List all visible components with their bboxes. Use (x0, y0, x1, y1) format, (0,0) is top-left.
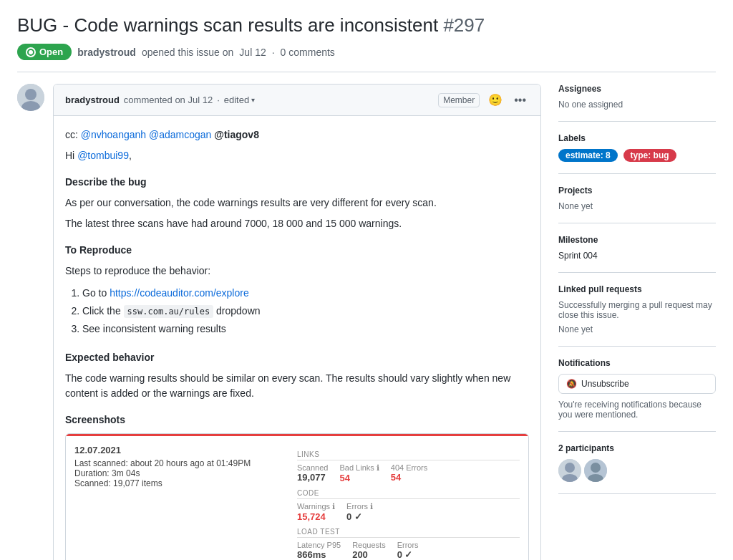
status-badge: Open (17, 44, 72, 60)
comment-header-left: bradystroud commented on Jul 12 · edited… (65, 95, 255, 105)
smiley-button[interactable]: 🙂 (485, 92, 505, 108)
linked-pr-section: Linked pull requests Successfully mergin… (558, 273, 716, 347)
scanned-label: Scanned (297, 463, 328, 472)
load-errors-label: Errors (397, 541, 419, 549)
unsubscribe-label[interactable]: Unsubscribe (581, 379, 629, 389)
mention-adamcogan: @adamcogan (149, 129, 211, 140)
latency-metric: Latency P95 866ms (297, 541, 341, 560)
mention-nvhoanganh: @nvhoanganh (81, 129, 146, 140)
section3-text: The code warning results should be simil… (65, 371, 529, 401)
comment-wrapper: bradystroud commented on Jul 12 · edited… (17, 84, 541, 560)
svg-point-7 (591, 463, 601, 473)
linked-pr-title: Linked pull requests (558, 284, 716, 294)
requests-metric: Requests 200 (352, 541, 385, 560)
issue-title: BUG - Code warnings scan results are inc… (17, 14, 716, 37)
participants-avatars (558, 459, 716, 482)
mention-tombui99: @tombui99 (77, 150, 129, 161)
participant-avatar-1 (558, 459, 581, 482)
issue-separator: · (272, 47, 275, 58)
projects-section: Projects None yet (558, 174, 716, 223)
scanned-val: 19,077 (297, 472, 328, 483)
section1-title: Describe the bug (65, 175, 529, 190)
bad-links-metric: Bad Links ℹ 54 (339, 463, 379, 483)
comment-action: commented on Jul 12 (124, 95, 213, 105)
comment-block: bradystroud commented on Jul 12 · edited… (53, 84, 541, 560)
svg-point-4 (565, 463, 575, 473)
code-metrics-1: Warnings ℹ 15,724 Errors ℹ 0 ✓ (297, 502, 520, 522)
section1-text2: The latest three scans have had around 7… (65, 216, 529, 231)
labels-section: Labels estimate: 8 type: bug (558, 122, 716, 174)
label-bug: type: bug (623, 149, 676, 162)
notifications-desc: You're receiving notifications because y… (558, 400, 716, 420)
more-options-button[interactable]: ••• (511, 92, 529, 108)
requests-label: Requests (352, 541, 385, 549)
labels-pills: estimate: 8 type: bug (558, 149, 716, 162)
step-3: See inconsistent warning results (82, 320, 529, 338)
bad-links-label: Bad Links ℹ (339, 463, 379, 473)
ssw-code: ssw.com.au/rules (124, 305, 214, 318)
latency-val: 866ms (297, 549, 341, 560)
comment-header: bradystroud commented on Jul 12 · edited… (54, 85, 540, 116)
notifications-section: Notifications 🔕 Unsubscribe You're recei… (558, 347, 716, 432)
links-scanned-metric: Scanned 19,077 (297, 463, 328, 483)
notification-box: 🔕 Unsubscribe (558, 374, 716, 394)
404-label: 404 Errors (391, 463, 427, 472)
mention-tiagov8: @tiagov8 (214, 129, 259, 140)
bell-icon: 🔕 (566, 379, 577, 389)
scan-row-1: 12.07.2021 Last scanned: about 20 hours … (74, 445, 520, 560)
code-section-label-1: CODE (297, 489, 520, 499)
warnings-label: Warnings ℹ (297, 502, 335, 511)
milestone-section: Milestone Sprint 004 (558, 223, 716, 273)
section2-title: To Reproduce (65, 243, 529, 258)
issue-number: #297 (443, 14, 485, 36)
section2-intro: Steps to reproduce the behavior: (65, 264, 529, 279)
main-layout: bradystroud commented on Jul 12 · edited… (17, 84, 716, 560)
open-icon (26, 47, 36, 57)
scan-date-1: 12.07.2021 (74, 445, 297, 455)
screenshots-title: Screenshots (65, 412, 529, 428)
step-1: Go to https://codeauditor.com/explore (82, 284, 529, 302)
comment-author: bradystroud (65, 95, 120, 105)
edited-label: edited (224, 95, 249, 105)
status-label: Open (39, 47, 63, 57)
sidebar: Assignees No one assigned Labels estimat… (558, 84, 716, 494)
codeauditor-link[interactable]: https://codeauditor.com/explore (110, 287, 249, 299)
code-errors-label: Errors ℹ (346, 502, 373, 511)
cc-line: cc: @nvhoanganh @adamcogan @tiagov8 (65, 127, 529, 143)
author-name: bradystroud (77, 47, 136, 58)
notifications-title: Notifications (558, 358, 716, 368)
links-metrics-1: Scanned 19,077 Bad Links ℹ 54 (297, 463, 520, 483)
404-val: 54 (391, 472, 427, 483)
warnings-val: 15,724 (297, 511, 335, 522)
projects-title: Projects (558, 185, 716, 195)
linked-pr-value: None yet (558, 324, 716, 334)
edited-dropdown[interactable]: edited ▾ (224, 95, 255, 105)
scan-left-1: 12.07.2021 Last scanned: about 20 hours … (74, 445, 297, 488)
code-errors-metric: Errors ℹ 0 ✓ (346, 502, 373, 522)
code-errors-val: 0 ✓ (346, 511, 373, 522)
comment-header-right: Member 🙂 ••• (438, 92, 529, 108)
requests-val: 200 (352, 549, 385, 560)
issue-author: bradystroud (77, 47, 136, 58)
projects-value: None yet (558, 201, 716, 211)
assignees-section: Assignees No one assigned (558, 84, 716, 122)
load-metrics-1: Latency P95 866ms Requests 200 (297, 541, 520, 560)
title-text: BUG - Code warnings scan results are inc… (17, 14, 438, 36)
separator-dot: · (217, 95, 220, 105)
greeting: Hi @tombui99, (65, 148, 529, 163)
comment-body: cc: @nvhoanganh @adamcogan @tiagov8 Hi @… (54, 116, 540, 560)
section3-title: Expected behavior (65, 350, 529, 365)
member-badge: Member (438, 93, 480, 107)
links-section-label-1: LINKS (297, 450, 520, 460)
participants-title: 2 participants (558, 443, 716, 453)
label-estimate: estimate: 8 (558, 149, 618, 162)
step-2: Click the ssw.com.au/rules dropdown (82, 302, 529, 320)
assignees-value: No one assigned (558, 100, 716, 110)
load-errors-metric: Errors 0 ✓ (397, 541, 419, 560)
linked-pr-desc: Successfully merging a pull request may … (558, 300, 716, 320)
scan-items-1: Scanned: 19,077 items (74, 478, 297, 488)
participant-avatar-2 (584, 459, 607, 482)
svg-point-1 (25, 89, 37, 100)
milestone-title: Milestone (558, 235, 716, 245)
dropdown-arrow-icon: ▾ (251, 96, 255, 104)
